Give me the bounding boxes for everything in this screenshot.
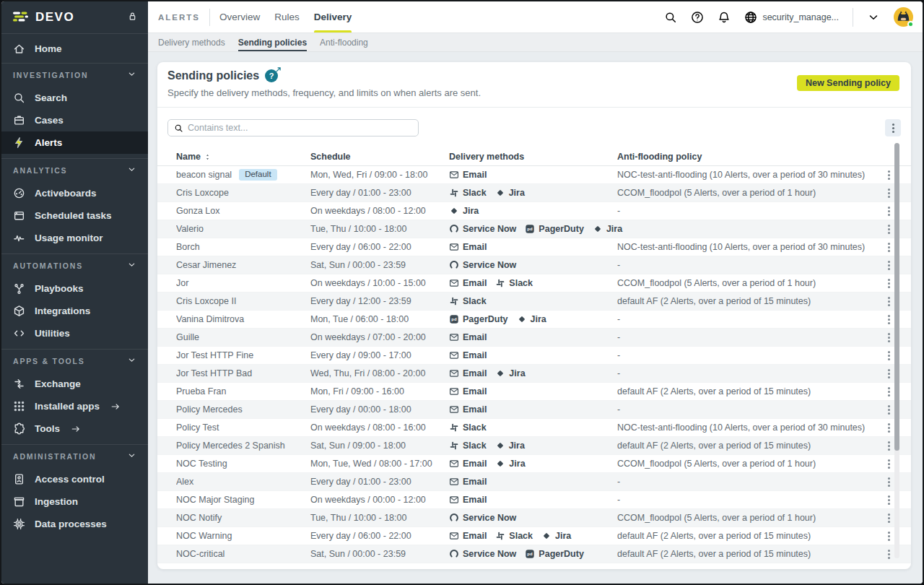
- table-row[interactable]: Vanina Dimitrova Mon, Tue / 06:00 - 18:0…: [157, 311, 911, 329]
- user-avatar[interactable]: [894, 7, 913, 27]
- delivery-methods-cell: Slack: [449, 296, 617, 306]
- tab-delivery[interactable]: Delivery: [314, 1, 352, 32]
- sidebar-section-header[interactable]: AUTOMATIONS: [1, 254, 148, 277]
- logo[interactable]: DEVO: [1, 1, 148, 34]
- search-icon[interactable]: [664, 11, 677, 24]
- anti-flooding-cell: NOC-test-anti-flooding (10 Alerts, over …: [617, 242, 876, 252]
- table-row[interactable]: Alex Every day / 01:00 - 23:00 Email -: [157, 473, 911, 491]
- app-window: DEVO Home INVESTIGATION Search Cases: [0, 0, 924, 585]
- column-header-name[interactable]: Name: [176, 152, 310, 162]
- scrollbar-track[interactable]: [894, 143, 899, 558]
- sidebar-item-scheduled-tasks[interactable]: Scheduled tasks: [1, 204, 148, 227]
- table-row[interactable]: NOC Notify Tue, Thu / 10:00 - 18:00 Serv…: [157, 509, 911, 527]
- sidebar-item-utilities[interactable]: Utilities: [1, 322, 148, 344]
- table-row[interactable]: Borch Every day / 06:00 - 22:00 Email NO…: [157, 238, 911, 256]
- table-row[interactable]: Jor On weekdays / 10:00 - 15:00 Email Sl…: [157, 274, 911, 292]
- method-email: Email: [449, 368, 487, 378]
- table-row[interactable]: Cesar Jimenez Sat, Sun / 00:00 - 23:59 S…: [157, 256, 911, 274]
- column-label: Name: [176, 152, 201, 162]
- table-row[interactable]: NOC Testing Mon, Tue, Wed / 08:00 - 17:0…: [157, 455, 911, 473]
- table-row[interactable]: Cris Loxcope Every day / 01:00 - 23:00 S…: [157, 184, 911, 202]
- table-row[interactable]: beacon signal Default Mon, Wed, Fri / 09…: [157, 166, 911, 184]
- sidebar-item-search[interactable]: Search: [1, 87, 148, 109]
- table-row[interactable]: NOC-critical Sat, Sun / 00:00 - 23:59 Se…: [157, 545, 911, 563]
- schedule-cell: Mon, Tue, Wed / 08:00 - 17:00: [310, 459, 449, 469]
- method-label: Jira: [463, 206, 479, 216]
- jira-icon: [495, 368, 505, 378]
- sidebar-item-access-control[interactable]: Access control: [1, 468, 148, 490]
- anti-flooding-cell: default AF (2 Alerts, over a period of 1…: [617, 386, 876, 396]
- sidebar-item-usage-monitor[interactable]: Usage monitor: [1, 227, 148, 249]
- subtab-delivery-methods[interactable]: Delivery methods: [158, 33, 225, 51]
- table-row[interactable]: Jor Test HTTP Fine Every day / 09:00 - 1…: [157, 347, 911, 365]
- anti-flooding-cell: CCOM_floodpol (5 Alerts, over a period o…: [617, 188, 876, 198]
- method-label: Jira: [509, 368, 525, 378]
- policy-name: Policy Test: [176, 422, 219, 433]
- anti-flooding-cell: -: [617, 260, 876, 270]
- sidebar-section-header[interactable]: INVESTIGATION: [1, 64, 148, 87]
- table-row[interactable]: Policy Mercedes Every day / 00:00 - 18:0…: [157, 401, 911, 419]
- schedule-cell: Every day / 09:00 - 17:00: [310, 350, 449, 360]
- pagerduty-icon: pd: [525, 549, 535, 559]
- sidebar-section-header[interactable]: ADMINISTRATION: [1, 445, 148, 468]
- sidebar-item-alerts[interactable]: Alerts: [1, 131, 148, 154]
- policy-name-cell: Jor Test HTTP Bad: [176, 368, 310, 378]
- table-row[interactable]: Guille On weekdays / 07:00 - 20:00 Email…: [157, 329, 911, 347]
- help-circle-icon[interactable]: ?: [265, 69, 278, 82]
- sidebar-item-data-processes[interactable]: Data processes: [1, 513, 148, 535]
- activeboards-icon: [13, 187, 25, 199]
- sidebar-item-label: Search: [35, 92, 67, 103]
- table-row[interactable]: Jor Test HTTP Bad Wed, Thu, Fri / 08:00 …: [157, 365, 911, 383]
- tab-rules[interactable]: Rules: [274, 1, 300, 32]
- sidebar-item-cases[interactable]: Cases: [1, 109, 148, 131]
- table-row[interactable]: Gonza Lox On weekdays / 08:00 - 12:00 Ji…: [157, 202, 911, 220]
- sidebar-item-home[interactable]: Home: [1, 34, 148, 63]
- svg-text:pd: pd: [451, 317, 457, 321]
- table-row[interactable]: Valerio Tue, Thu / 10:00 - 18:00 Service…: [157, 220, 911, 238]
- method-label: Service Now: [463, 224, 516, 234]
- table-row[interactable]: Policy Test On weekdays / 08:00 - 16:00 …: [157, 419, 911, 437]
- sidebar-item-installed-apps[interactable]: Installed apps: [1, 395, 148, 417]
- policy-name-cell: Policy Mercedes 2 Spanish: [176, 441, 310, 451]
- method-label: Email: [463, 332, 487, 342]
- delivery-methods-cell: Email: [449, 477, 617, 487]
- account-menu[interactable]: security_manage...: [744, 11, 839, 24]
- method-email: Email: [449, 386, 487, 396]
- chevron-down-icon[interactable]: [867, 11, 880, 24]
- scrollbar-thumb[interactable]: [894, 143, 899, 451]
- table-options-button[interactable]: [885, 119, 901, 136]
- jira-icon: [495, 188, 505, 198]
- topnav-tabs: Overview Rules Delivery: [219, 1, 352, 32]
- table-row[interactable]: NOC Major Staging On weekdays / 00:00 - …: [157, 491, 911, 509]
- sort-icon[interactable]: [204, 153, 211, 161]
- sidebar-item-label: Home: [35, 43, 62, 54]
- scheduled-tasks-icon: [13, 209, 25, 222]
- sidebar-section-header[interactable]: APPS & TOOLS: [1, 350, 148, 373]
- tab-overview[interactable]: Overview: [219, 1, 260, 32]
- help-icon[interactable]: [691, 11, 704, 24]
- sidebar-item-ingestion[interactable]: Ingestion: [1, 490, 148, 513]
- schedule-cell: On weekdays / 00:00 - 12:00: [310, 495, 449, 505]
- subtab-anti-flooding[interactable]: Anti-flooding: [320, 33, 368, 51]
- sidebar-section-header[interactable]: ANALYTICS: [1, 159, 148, 182]
- sidebar-item-integrations[interactable]: Integrations: [1, 300, 148, 322]
- subtab-sending-policies[interactable]: Sending policies: [238, 33, 307, 51]
- table-row[interactable]: NOC Warning Every day / 06:00 - 22:00 Em…: [157, 527, 911, 545]
- notifications-icon[interactable]: [718, 11, 731, 24]
- sidebar-item-exchange[interactable]: Exchange: [1, 373, 148, 395]
- method-jira: Jira: [541, 531, 571, 541]
- anti-flooding-cell: default AF (2 Alerts, over a period of 1…: [617, 531, 876, 541]
- method-email: Email: [449, 477, 487, 487]
- delivery-methods-cell: Jira: [449, 206, 617, 216]
- new-sending-policy-button[interactable]: New Sending policy: [797, 75, 899, 91]
- sidebar-item-activeboards[interactable]: Activeboards: [1, 182, 148, 204]
- table-row[interactable]: Prueba Fran Mon, Fri / 09:00 - 16:00 Ema…: [157, 383, 911, 401]
- search-input[interactable]: [188, 123, 412, 133]
- sidebar-item-playbooks[interactable]: Playbooks: [1, 277, 148, 300]
- svg-text:pd: pd: [528, 552, 533, 556]
- sidebar-item-tools[interactable]: Tools: [1, 417, 148, 440]
- table-row[interactable]: Cris Loxcope II Every day / 12:00 - 23:5…: [157, 292, 911, 311]
- policy-name-cell: NOC Notify: [176, 513, 310, 523]
- table-row[interactable]: Policy Mercedes 2 Spanish Sat, Sun / 09:…: [157, 437, 911, 455]
- lock-icon[interactable]: [127, 11, 138, 25]
